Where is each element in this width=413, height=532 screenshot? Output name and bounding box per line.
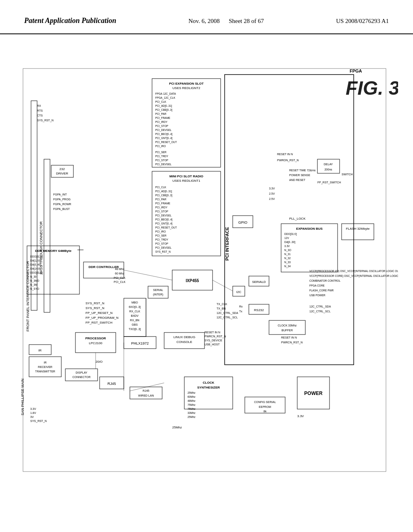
svg-rect-122 [130,387,162,399]
svg-text:DELAY: DELAY [324,163,333,166]
svg-text:PCI_STOP: PCI_STOP [155,159,168,162]
svg-text:200ns: 200ns [324,168,332,171]
svg-text:PCI_DEVSEL: PCI_DEVSEL [155,214,171,217]
svg-text:48 Mhz: 48 Mhz [115,268,124,270]
svg-text:DDR CONTROLLER: DDR CONTROLLER [88,265,119,269]
svg-text:PCI_AD[0..31]: PCI_AD[0..31] [155,190,172,193]
svg-text:PASS THROUGH CONNECTOR: PASS THROUGH CONNECTOR [39,221,43,274]
svg-text:PCI_CBE[0..3]: PCI_CBE[0..3] [155,108,172,112]
svg-text:MBO: MBO [131,301,138,304]
svg-text:SYNTHESIZER: SYNTHESIZER [197,386,220,389]
svg-text:GPIO: GPIO [238,220,248,224]
svg-rect-86 [27,246,79,294]
svg-text:USB_HOST: USB_HOST [204,343,220,346]
svg-text:SYS_RST_N: SYS_RST_N [155,250,171,254]
svg-text:20/O: 20/O [96,360,102,364]
svg-rect-116 [65,369,98,381]
svg-text:PCI_RESET_OUT: PCI_RESET_OUT [155,141,177,144]
svg-text:PCI_IRDY: PCI_IRDY [155,121,168,124]
svg-text:FPGA 12C_DATA: FPGA 12C_DATA [155,92,176,96]
svg-text:AND RESET: AND RESET [289,179,306,181]
svg-line-192 [213,280,233,291]
svg-text:PHLX1972: PHLX1972 [131,341,149,345]
svg-text:FP_UP_RESET_N: FP_UP_RESET_N [86,311,113,315]
svg-text:CONSOLE: CONSOLE [176,340,192,344]
svg-rect-75 [342,224,374,240]
svg-text:CTS: CTS [37,114,43,117]
svg-text:PCI_CLK: PCI_CLK [114,276,126,280]
svg-text:60 Mhz: 60 Mhz [115,272,124,275]
svg-text:PCI_CLK: PCI_CLK [114,281,126,284]
svg-text:N_34: N_34 [284,265,291,268]
svg-text:USES REDLIGNT1: USES REDLIGNT1 [173,179,200,183]
svg-text:LINUX DEBUG: LINUX DEBUG [173,335,195,339]
svg-text:N_3M: N_3M [30,283,37,287]
svg-text:1.8V: 1.8V [30,411,36,414]
svg-text:PCI_IRO: PCI_IRO [155,230,166,233]
svg-rect-79 [148,286,168,298]
svg-text:2.5V: 2.5V [269,197,275,200]
svg-text:PCI_IRDY: PCI_IRDY [155,206,168,209]
svg-text:12V: 12V [284,237,289,239]
svg-text:FGPA_ROWR: FGPA_ROWR [53,203,71,206]
svg-rect-166 [269,320,305,335]
svg-text:PCI_STOP: PCI_STOP [155,242,168,245]
svg-text:PWRCN_RST_N: PWRCN_RST_N [281,341,302,344]
svg-text:PCI_AD[0..31]: PCI_AD[0..31] [155,104,172,108]
svg-text:PCI_TRDY: PCI_TRDY [155,155,169,158]
svg-text:RJ45: RJ45 [143,389,149,392]
svg-text:PCI_CBE[0..3]: PCI_CBE[0..3] [155,194,172,197]
svg-text:12C_CTRL_SDA: 12C_CTRL_SDA [217,312,238,315]
svg-text:FLASH_CORE PWR: FLASH_CORE PWR [309,289,334,292]
svg-text:60Mhz: 60Mhz [188,395,196,398]
svg-text:PCI_CLK: PCI_CLK [155,186,167,189]
svg-text:33Mhz: 33Mhz [188,411,196,414]
svg-text:RX_CLK: RX_CLK [129,310,140,313]
svg-text:SYS_RST_N: SYS_RST_N [30,420,47,423]
svg-text:DRIVER: DRIVER [56,172,68,175]
svg-text:PLL_LOCK: PLL_LOCK [289,217,306,220]
svg-rect-172 [317,159,340,173]
svg-text:GBS: GBS [132,323,138,326]
svg-text:DA[12:0]: DA[12:0] [30,259,40,262]
svg-text:SYS_RST_N: SYS_RST_N [37,119,54,122]
svg-text:25Mhz: 25Mhz [188,416,196,418]
svg-text:PCI_BEO[0..4]: PCI_BEO[0..4] [155,133,173,136]
svg-text:PCI_IRO: PCI_IRO [155,145,166,148]
svg-text:LPC2100: LPC2100 [89,341,102,345]
svg-text:12C_CTRL_SCL: 12C_CTRL_SCL [309,310,331,313]
svg-text:N_3MO: N_3MO [30,279,39,283]
svg-text:PWRCN_RST_N: PWRCN_RST_N [204,335,226,338]
svg-text:FP_RST_SWITCH: FP_RST_SWITCH [86,321,113,324]
svg-text:3.3V: 3.3V [297,414,304,418]
svg-text:PCI_DEVSEL: PCI_DEVSEL [155,246,171,249]
svg-text:Tx: Tx [239,310,242,313]
svg-text:BUFFER: BUFFER [282,329,293,332]
svg-text:3.3V: 3.3V [269,187,275,190]
svg-text:8k: 8k [263,410,267,413]
svg-text:RX_BN: RX_BN [130,319,139,322]
svg-text:PCI_DEVSEL: PCI_DEVSEL [155,129,171,132]
svg-text:FGPA_INT: FGPA_INT [53,193,67,196]
svg-text:N_32: N_32 [284,257,291,260]
svg-text:48Mhz: 48Mhz [188,399,196,402]
svg-text:PCI_STOP: PCI_STOP [155,210,168,213]
svg-text:PCI_GNT[0..4]: PCI_GNT[0..4] [155,137,173,140]
svg-text:12C_CTRL_SDA: 12C_CTRL_SDA [309,305,331,308]
svg-text:TRANSMITTER: TRANSMITTER [35,370,55,373]
svg-text:Rx: Rx [239,305,243,308]
svg-text:DDR MEMORY 64MByte: DDR MEMORY 64MByte [35,249,72,253]
svg-text:WIRED LAN: WIRED LAN [138,394,154,397]
svg-text:PWRON_RST_N: PWRON_RST_N [277,159,299,162]
svg-text:FPGA_12C_CLK: FPGA_12C_CLK [155,96,175,100]
svg-text:SERIALD: SERIALD [252,280,266,284]
svg-text:BXDV: BXDV [131,314,138,317]
svg-text:PCI EXPANSION SLOT: PCI EXPANSION SLOT [169,82,204,85]
svg-text:SAN PHILLIPSE MAIN: SAN PHILLIPSE MAIN [21,379,25,416]
svg-rect-7 [44,159,50,312]
svg-text:IR: IR [44,361,47,364]
svg-text:PCI_CLK: PCI_CLK [155,100,167,104]
svg-text:POWER SENSE: POWER SENSE [289,174,310,177]
svg-text:PCI_SER: PCI_SER [155,151,167,154]
svg-text:DA[0..40]: DA[0..40] [30,263,41,266]
